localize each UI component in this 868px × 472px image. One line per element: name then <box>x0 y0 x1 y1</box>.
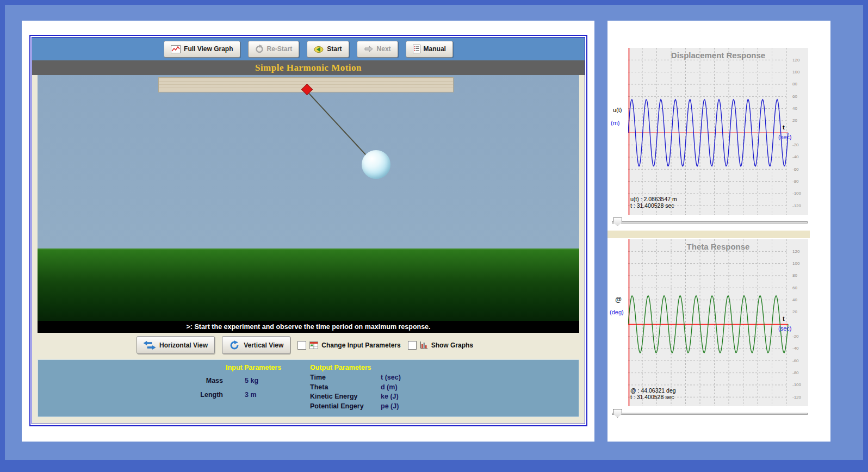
simulation-content: Full View Graph Re-Start Start <box>32 37 585 424</box>
theta-label: Theta <box>310 383 328 391</box>
button-label: Horizontal View <box>159 341 208 349</box>
slider-thumb[interactable] <box>613 218 622 226</box>
svg-text:40: 40 <box>792 297 797 302</box>
svg-text:80: 80 <box>792 82 797 86</box>
displacement-plot: 12010080604020-20-40-60-80-100-120 <box>628 48 808 215</box>
svg-text:-80: -80 <box>792 370 799 375</box>
show-graphs-group: Show Graphs <box>408 341 473 350</box>
theta-graph-title: Theta Response <box>628 242 808 251</box>
simulation-border: Full View Graph Re-Start Start <box>29 35 587 426</box>
svg-text:-40: -40 <box>792 154 799 159</box>
change-input-label: Change Input Parameters <box>321 341 400 349</box>
button-label: Full View Graph <box>184 45 233 53</box>
displacement-y-axis-label: u(t) <box>613 107 622 113</box>
length-value: 3 m <box>245 391 257 399</box>
button-label: Next <box>377 45 391 53</box>
view-controls: Horizontal View Vertical View Change Inp… <box>32 333 585 357</box>
start-icon <box>314 45 324 53</box>
full-view-graph-button[interactable]: Full View Graph <box>164 41 240 58</box>
manual-icon <box>413 45 420 53</box>
potential-energy-label: Potential Engery <box>310 402 364 410</box>
pendulum-scene <box>38 75 579 321</box>
kinetic-energy-label: Kinetic Energy <box>310 393 358 400</box>
pendulum-bob[interactable] <box>362 150 390 179</box>
svg-text:-100: -100 <box>792 382 802 387</box>
svg-text:-20: -20 <box>792 142 799 147</box>
mass-label: Mass <box>174 377 223 384</box>
output-parameters-heading: Output Parameters <box>310 364 371 371</box>
svg-text:100: 100 <box>792 70 800 74</box>
circular-arrow-icon <box>229 340 240 350</box>
svg-text:60: 60 <box>792 285 797 290</box>
input-table-icon <box>309 341 318 349</box>
graphs-panel: Displacement Response u(t) (m) 120100806… <box>607 21 830 442</box>
displacement-readout-time: t : 31.400528 sec <box>630 202 677 209</box>
theta-x-axis-label: t <box>783 315 785 322</box>
next-button[interactable]: Next <box>357 41 398 58</box>
svg-text:20: 20 <box>792 118 797 123</box>
svg-text:80: 80 <box>792 273 797 278</box>
restart-icon <box>255 45 264 53</box>
graphs-divider <box>607 231 810 238</box>
button-label: Manual <box>424 45 446 53</box>
svg-text:-80: -80 <box>792 179 799 184</box>
svg-text:-120: -120 <box>792 395 802 400</box>
theta-readout: @ : 44.06321 deg t : 31.400528 sec <box>630 387 676 400</box>
svg-text:20: 20 <box>792 309 797 314</box>
ground <box>38 249 579 321</box>
displacement-x-axis-label: t <box>783 124 785 131</box>
status-bar: >: Start the experiment and observe the … <box>38 321 579 333</box>
slider-track[interactable] <box>612 413 808 415</box>
svg-text:-20: -20 <box>792 334 799 339</box>
svg-text:-40: -40 <box>792 346 799 351</box>
horizontal-view-button[interactable]: Horizontal View <box>137 336 215 354</box>
button-label: Start <box>327 45 342 53</box>
svg-text:40: 40 <box>792 106 797 111</box>
next-arrow-icon <box>364 46 374 52</box>
experiment-title: Simple Harmonic Motion <box>32 60 585 75</box>
theta-readout-value: @ : 44.06321 deg <box>630 387 676 394</box>
mass-value: 5 kg <box>245 377 258 384</box>
bar-chart-icon <box>420 341 428 349</box>
theta-readout-time: t : 31.400528 sec <box>630 394 676 400</box>
kinetic-energy-value: ke (J) <box>381 393 399 400</box>
svg-text:-100: -100 <box>792 191 802 196</box>
potential-energy-value: pe (J) <box>381 402 399 410</box>
theta-x-axis-unit: (sec) <box>778 325 791 332</box>
displacement-graph-title: Displacement Response <box>628 51 808 60</box>
start-button[interactable]: Start <box>307 41 349 58</box>
svg-text:-60: -60 <box>792 358 799 363</box>
show-graphs-checkbox[interactable] <box>408 341 417 350</box>
parameters-panel: Input Parameters Mass 5 kg Length 3 m Ou… <box>38 359 579 417</box>
vertical-view-button[interactable]: Vertical View <box>222 336 290 354</box>
button-label: Vertical View <box>244 341 283 349</box>
theta-y-axis-label: @ <box>615 296 622 303</box>
slider-track[interactable] <box>612 221 808 223</box>
change-input-group: Change Input Parameters <box>297 341 400 350</box>
restart-button[interactable]: Re-Start <box>248 41 300 58</box>
time-label: Time <box>310 374 326 381</box>
horizontal-arrows-icon <box>144 341 156 350</box>
button-label: Re-Start <box>267 45 293 53</box>
svg-text:-120: -120 <box>792 203 802 208</box>
displacement-readout-value: u(t) : 2.0863547 m <box>630 196 677 202</box>
displacement-x-axis-unit: (sec) <box>778 134 791 140</box>
svg-text:100: 100 <box>792 261 800 266</box>
show-graphs-label: Show Graphs <box>431 341 473 349</box>
length-label: Length <box>174 391 223 399</box>
svg-text:-60: -60 <box>792 167 799 172</box>
svg-text:60: 60 <box>792 94 797 99</box>
theta-time-slider[interactable] <box>612 409 808 418</box>
simulation-window: Full View Graph Re-Start Start <box>22 21 594 442</box>
manual-button[interactable]: Manual <box>406 41 453 58</box>
change-input-checkbox[interactable] <box>297 341 306 350</box>
displacement-time-slider[interactable] <box>612 218 808 226</box>
input-parameters-heading: Input Parameters <box>226 364 281 371</box>
slider-thumb[interactable] <box>613 409 622 418</box>
theta-y-axis-unit: (deg) <box>610 309 624 315</box>
theta-plot: 12010080604020-20-40-60-80-100-120 <box>628 239 808 406</box>
time-value: t (sec) <box>381 374 401 381</box>
simulation-area-wrapper: >: Start the experiment and observe the … <box>38 75 579 333</box>
chart-icon <box>171 45 181 53</box>
toolbar: Full View Graph Re-Start Start <box>32 38 585 60</box>
